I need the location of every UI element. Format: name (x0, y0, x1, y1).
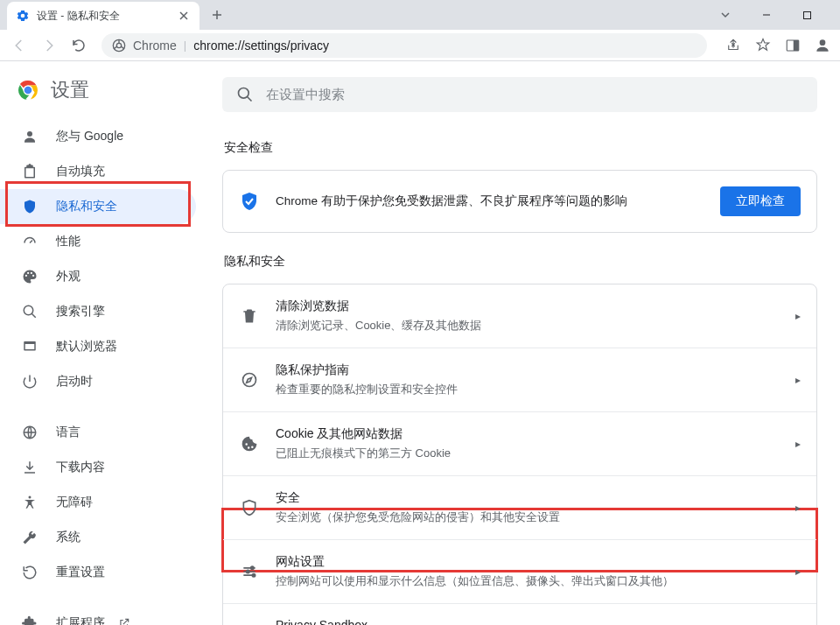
svg-rect-4 (794, 40, 799, 51)
accessibility-icon (21, 494, 38, 511)
chevron-right-icon: ▸ (795, 374, 801, 386)
sidebar-title: 设置 (51, 77, 89, 103)
sidebar-item-you-and-google[interactable]: 您与 Google (0, 119, 196, 154)
sidebar-item-label: 启动时 (56, 374, 93, 390)
shield-icon (21, 198, 38, 215)
download-icon (21, 459, 38, 476)
browser-tab[interactable]: 设置 - 隐私和安全 (7, 2, 200, 30)
chrome-icon (112, 39, 126, 53)
extension-icon (21, 614, 38, 625)
tune-icon (239, 563, 260, 580)
svg-rect-12 (25, 344, 35, 349)
sidebar-item-downloads[interactable]: 下载内容 (0, 450, 196, 485)
address-bar[interactable]: Chrome | chrome://settings/privacy (102, 33, 707, 58)
sidebar-item-appearance[interactable]: 外观 (0, 259, 196, 294)
globe-icon (21, 424, 38, 441)
svg-point-5 (820, 39, 826, 46)
sidebar-item-label: 自动填充 (56, 164, 105, 179)
row-sub: 已阻止无痕模式下的第三方 Cookie (276, 446, 780, 461)
chevron-right-icon: ▸ (795, 502, 801, 514)
speedometer-icon (21, 233, 38, 250)
search-input[interactable]: 在设置中搜索 (222, 77, 817, 112)
sidebar-item-default-browser[interactable]: 默认浏览器 (0, 329, 196, 364)
forward-button[interactable] (37, 33, 61, 58)
sidebar-item-reset[interactable]: 重置设置 (0, 555, 196, 590)
sidebar-item-system[interactable]: 系统 (0, 520, 196, 555)
sidebar-item-label: 隐私和安全 (56, 199, 117, 214)
search-icon (21, 303, 38, 320)
row-privacy-sandbox[interactable]: Privacy Sandbox 试用版功能已关闭 (223, 603, 816, 625)
maximize-icon[interactable] (802, 11, 837, 20)
reload-button[interactable] (66, 33, 91, 58)
content: 在设置中搜索 安全检查 Chrome 有助于保护您免受数据泄露、不良扩展程序等问… (214, 61, 840, 625)
toolbar: Chrome | chrome://settings/privacy (0, 30, 840, 61)
search-icon (236, 86, 254, 103)
section-title-privacy: 隐私和安全 (224, 254, 821, 270)
safety-check-text: Chrome 有助于保护您免受数据泄露、不良扩展程序等问题的影响 (276, 193, 704, 209)
svg-point-15 (239, 88, 249, 99)
sidebar-item-languages[interactable]: 语言 (0, 415, 196, 450)
person-icon (21, 128, 38, 145)
sidebar-item-label: 默认浏览器 (56, 339, 117, 355)
svg-point-19 (252, 574, 255, 577)
chevron-right-icon: ▸ (795, 310, 801, 322)
sidebar-item-label: 重置设置 (56, 565, 105, 580)
chevron-right-icon: ▸ (795, 565, 801, 578)
sidebar-list: 您与 Google 自动填充 隐私和安全 性能 外观 (0, 112, 214, 625)
wrench-icon (21, 529, 38, 546)
safety-check-card: Chrome 有助于保护您免受数据泄露、不良扩展程序等问题的影响 立即检查 (222, 170, 817, 233)
row-title: 清除浏览数据 (276, 298, 780, 314)
sidebar-item-label: 下载内容 (56, 460, 105, 475)
search-placeholder: 在设置中搜索 (266, 87, 345, 103)
row-sub: 检查重要的隐私控制设置和安全控件 (276, 382, 780, 397)
chevron-down-icon[interactable] (720, 10, 755, 20)
sidebar-item-performance[interactable]: 性能 (0, 224, 196, 259)
svg-point-14 (29, 496, 32, 499)
sidebar-item-label: 外观 (56, 269, 80, 284)
row-title: 隐私保护指南 (276, 362, 780, 378)
row-title: 安全 (276, 490, 780, 506)
svg-point-17 (251, 566, 254, 569)
sidebar-item-search-engine[interactable]: 搜索引擎 (0, 294, 196, 329)
sidebar-item-autofill[interactable]: 自动填充 (0, 154, 196, 189)
sidebar: 设置 您与 Google 自动填充 隐私和安全 性能 (0, 61, 214, 625)
check-now-button[interactable]: 立即检查 (720, 186, 801, 216)
row-sub: 安全浏览（保护您免受危险网站的侵害）和其他安全设置 (276, 509, 780, 525)
svg-point-9 (27, 131, 32, 137)
bookmark-icon[interactable] (752, 35, 774, 56)
svg-point-2 (116, 43, 121, 47)
chrome-logo-icon (18, 80, 38, 101)
window-controls (718, 0, 840, 30)
sidebar-item-extensions[interactable]: 扩展程序 (0, 606, 196, 625)
sidebar-item-label: 性能 (56, 234, 80, 249)
sidebar-item-on-startup[interactable]: 启动时 (0, 364, 196, 399)
share-icon[interactable] (723, 35, 744, 56)
row-sub: 清除浏览记录、Cookie、缓存及其他数据 (276, 318, 780, 334)
side-panel-icon[interactable] (782, 35, 803, 56)
shield-check-icon (239, 191, 260, 212)
sidebar-item-label: 扩展程序 (56, 615, 105, 625)
svg-point-8 (24, 87, 32, 95)
trash-icon (239, 307, 260, 325)
row-security[interactable]: 安全 安全浏览（保护您免受危险网站的侵害）和其他安全设置 ▸ (223, 475, 816, 539)
compass-icon (239, 371, 260, 389)
power-icon (21, 373, 38, 390)
external-link-icon (116, 614, 133, 625)
svg-rect-0 (803, 11, 810, 18)
row-cookies[interactable]: Cookie 及其他网站数据 已阻止无痕模式下的第三方 Cookie ▸ (223, 411, 816, 475)
sidebar-item-privacy[interactable]: 隐私和安全 (0, 189, 196, 224)
profile-icon[interactable] (812, 35, 833, 56)
shield-outline-icon (239, 499, 260, 516)
row-title: 网站设置 (276, 554, 780, 570)
row-clear-browsing-data[interactable]: 清除浏览数据 清除浏览记录、Cookie、缓存及其他数据 ▸ (223, 284, 816, 348)
row-site-settings[interactable]: 网站设置 控制网站可以使用和显示什么信息（如位置信息、摄像头、弹出式窗口及其他）… (223, 539, 816, 603)
tab-bar: 设置 - 隐私和安全 (0, 0, 840, 30)
sidebar-item-label: 语言 (56, 425, 80, 440)
minimize-icon[interactable] (761, 10, 796, 20)
sidebar-item-accessibility[interactable]: 无障碍 (0, 485, 196, 520)
row-privacy-guide[interactable]: 隐私保护指南 检查重要的隐私控制设置和安全控件 ▸ (223, 348, 816, 411)
close-icon[interactable] (177, 9, 191, 23)
new-tab-button[interactable] (205, 3, 229, 27)
back-button[interactable] (7, 33, 32, 58)
sidebar-item-label: 搜索引擎 (56, 304, 105, 320)
